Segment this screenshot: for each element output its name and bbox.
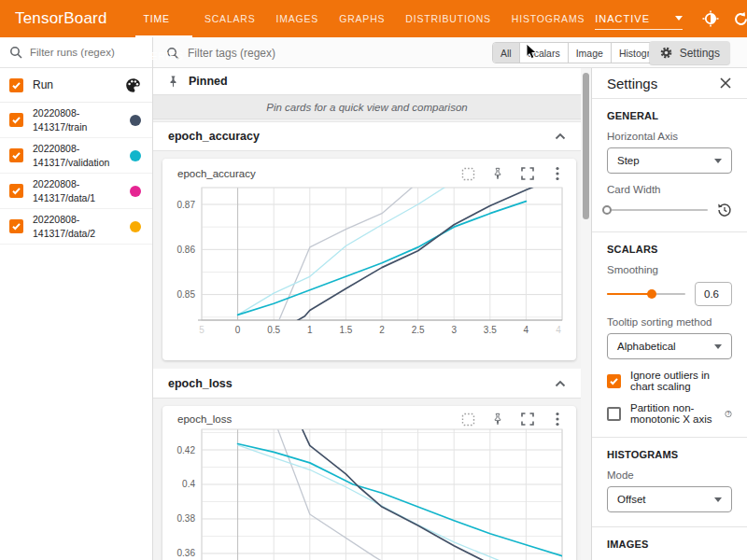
pin-icon[interactable]	[490, 412, 505, 427]
svg-text:0.36: 0.36	[177, 548, 196, 558]
chip-all[interactable]: All	[493, 43, 520, 63]
smoothing-slider[interactable]	[607, 287, 685, 301]
tab-graphs[interactable]: GRAPHS	[329, 0, 395, 37]
histograms-heading: HISTOGRAMS	[607, 449, 732, 460]
card-title: epoch_loss	[177, 413, 232, 425]
epoch-loss-card: epoch_loss 0.	[162, 406, 576, 560]
run-name: 20220808-141317/train	[33, 106, 119, 133]
pin-hint-strip: Pin cards for a quick view and compariso…	[153, 94, 581, 119]
reload-status-select[interactable]: INACTIVE	[595, 7, 683, 30]
settings-title: Settings	[607, 76, 657, 91]
histogram-mode-select[interactable]: Offset	[607, 486, 732, 512]
chevron-down-icon	[714, 497, 722, 502]
epoch-accuracy-card: epoch_accuracy	[162, 159, 576, 360]
run-name: 20220808-141317/data/1	[33, 177, 119, 203]
select-all-runs-checkbox[interactable]	[9, 78, 23, 92]
fullscreen-icon[interactable]	[520, 412, 535, 427]
pin-hint-text: Pin cards for a quick view and compariso…	[266, 102, 467, 113]
scrollbar-thumb[interactable]	[583, 73, 589, 219]
run-color-dot[interactable]	[130, 115, 141, 126]
settings-histograms-section: HISTOGRAMS Mode Offset	[592, 438, 747, 527]
partition-x-axis-checkbox[interactable]	[607, 407, 621, 421]
images-heading: IMAGES	[607, 539, 732, 550]
pin-icon[interactable]	[490, 166, 505, 181]
runs-table-header: Run	[0, 68, 152, 103]
general-heading: GENERAL	[607, 110, 732, 121]
svg-text:0.4: 0.4	[182, 479, 195, 489]
pinned-title: Pinned	[189, 75, 228, 88]
epoch-accuracy-chart[interactable]: 0.850.860.8700.511.522.533.5454	[162, 181, 576, 355]
slider-thumb[interactable]	[602, 205, 612, 215]
svg-text:0: 0	[235, 325, 241, 335]
tab-scalars[interactable]: SCALARS	[194, 0, 266, 37]
settings-button[interactable]: Settings	[649, 41, 730, 64]
svg-text:?: ?	[727, 412, 730, 416]
run-checkbox[interactable]	[9, 113, 23, 127]
chevron-up-icon[interactable]	[555, 380, 566, 387]
app-logo: TensorBoard	[15, 9, 107, 28]
pinned-section-header: Pinned	[153, 68, 581, 94]
dark-mode-icon[interactable]	[702, 10, 719, 27]
reload-status-value: INACTIVE	[595, 13, 650, 24]
tooltip-sorting-select[interactable]: Alphabetical	[607, 333, 732, 359]
run-color-dot[interactable]	[130, 150, 141, 161]
svg-text:4: 4	[524, 325, 529, 335]
settings-general-section: GENERAL Horizontal Axis Step Card Width	[592, 99, 747, 232]
run-checkbox[interactable]	[9, 148, 23, 162]
svg-text:0.42: 0.42	[177, 445, 196, 455]
section-title: epoch_loss	[168, 377, 233, 390]
color-palette-icon[interactable]	[125, 77, 141, 93]
runs-column-header: Run	[33, 78, 53, 91]
filter-runs-field[interactable]	[0, 37, 152, 68]
tab-images[interactable]: IMAGES	[266, 0, 330, 37]
svg-text:5: 5	[199, 325, 204, 335]
run-row-data-2[interactable]: 20220808-141317/data/2	[0, 209, 152, 245]
tooltip-sorting-value: Alphabetical	[617, 341, 676, 352]
tab-distributions[interactable]: DISTRIBUTIONS	[395, 0, 501, 37]
tab-histograms[interactable]: HISTOGRAMS	[501, 0, 595, 37]
chip-scalars[interactable]: Scalars	[520, 43, 569, 63]
histogram-mode-label: Mode	[607, 469, 732, 481]
slider-thumb[interactable]	[647, 289, 656, 299]
step-selector-icon[interactable]	[460, 166, 475, 181]
chevron-up-icon[interactable]	[555, 133, 566, 140]
filter-tags-field[interactable]	[166, 37, 393, 68]
tab-time-series[interactable]: TIME SERIES	[134, 0, 194, 37]
svg-text:1.5: 1.5	[339, 325, 352, 335]
pin-icon	[166, 75, 180, 89]
section-epoch-accuracy[interactable]: epoch_accuracy	[153, 121, 581, 151]
chevron-down-icon	[714, 159, 722, 163]
settings-images-section: IMAGES Brightness Contrast	[592, 527, 747, 560]
close-icon[interactable]	[719, 77, 732, 90]
run-row-train[interactable]: 20220808-141317/train	[0, 103, 152, 138]
svg-text:0.86: 0.86	[177, 245, 196, 255]
horizontal-axis-label: Horizontal Axis	[607, 131, 732, 142]
ignore-outliers-checkbox[interactable]	[607, 374, 621, 388]
section-epoch-loss[interactable]: epoch_loss	[153, 369, 581, 399]
chevron-down-icon	[714, 344, 722, 349]
epoch-loss-chart[interactable]: 0.360.380.40.4200.511.522.533.54	[162, 427, 576, 560]
run-color-dot[interactable]	[130, 186, 141, 197]
filter-runs-input[interactable]	[30, 47, 140, 58]
card-width-slider[interactable]	[607, 203, 708, 217]
run-checkbox[interactable]	[9, 219, 23, 233]
run-row-data-1[interactable]: 20220808-141317/data/1	[0, 174, 152, 209]
kebab-menu-icon[interactable]	[550, 166, 565, 181]
run-checkbox[interactable]	[9, 184, 23, 198]
chip-image[interactable]: Image	[569, 43, 612, 63]
step-selector-icon[interactable]	[460, 412, 475, 427]
run-name: 20220808-141317/data/2	[33, 213, 119, 239]
svg-text:0.87: 0.87	[177, 200, 196, 210]
filter-tags-input[interactable]	[188, 47, 393, 60]
tooltip-sorting-label: Tooltip sorting method	[607, 316, 732, 328]
help-icon[interactable]: ?	[725, 408, 732, 420]
fullscreen-icon[interactable]	[520, 166, 535, 181]
smoothing-value-input[interactable]: 0.6	[695, 282, 732, 306]
horizontal-axis-select[interactable]: Step	[607, 147, 732, 174]
kebab-menu-icon[interactable]	[550, 412, 565, 427]
run-color-dot[interactable]	[130, 221, 141, 232]
refresh-icon[interactable]	[732, 10, 747, 27]
run-row-validation[interactable]: 20220808-141317/validation	[0, 138, 152, 174]
histogram-mode-value: Offset	[617, 494, 645, 505]
reset-icon[interactable]	[717, 203, 732, 217]
